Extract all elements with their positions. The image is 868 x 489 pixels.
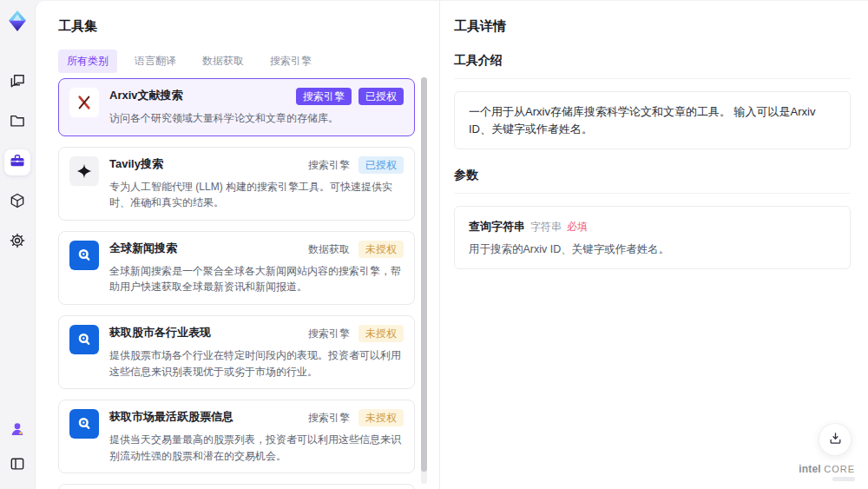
tool-tags: 搜索引擎未授权 bbox=[306, 325, 404, 342]
gear-icon bbox=[9, 232, 26, 253]
tool-description: 访问各个研究领域大量科学论文和文章的存储库。 bbox=[109, 110, 404, 127]
tool-details-panel: 工具详情 工具介绍 一个用于从Arxiv存储库搜索科学论文和文章的工具。 输入可… bbox=[440, 1, 868, 489]
download-icon bbox=[828, 431, 843, 449]
tool-description: 全球新闻搜索是一个聚合全球各大新闻网站内容的搜索引擎，帮助用户快速获取全球最新资… bbox=[109, 263, 404, 295]
tool-card-header: Tavily搜索搜索引擎已授权 bbox=[109, 156, 404, 174]
tool-card[interactable]: Tavily搜索搜索引擎已授权专为人工智能代理 (LLM) 构建的搜索引擎工具。… bbox=[58, 147, 415, 221]
left-sidebar bbox=[0, 0, 35, 489]
tool-card-body: Arxiv文献搜索搜索引擎已授权访问各个研究领域大量科学论文和文章的存储库。 bbox=[109, 88, 404, 127]
auth-badge: 已授权 bbox=[358, 88, 404, 105]
tool-cards: Arxiv文献搜索搜索引擎已授权访问各个研究领域大量科学论文和文章的存储库。Ta… bbox=[58, 78, 415, 489]
tool-card-header: 获取股市各行业表现搜索引擎未授权 bbox=[109, 325, 404, 342]
panel-toggle-icon bbox=[9, 455, 26, 476]
tool-card[interactable]: 万维地区新闻查询搜索引擎未授权查询具体行政区划内的新闻，快速了解各地新闻动 bbox=[58, 484, 415, 489]
category-tab-0[interactable]: 所有类别 bbox=[58, 50, 117, 73]
category-badge: 搜索引擎 bbox=[296, 88, 352, 105]
sidebar-item-files[interactable] bbox=[4, 109, 30, 135]
stock-search-icon bbox=[69, 409, 99, 439]
tool-card-body: 获取市场最活跃股票信息搜索引擎未授权提供当天交易量最高的股票列表，投资者可以利用… bbox=[109, 409, 404, 464]
tool-name: 获取股市各行业表现 bbox=[109, 325, 211, 340]
tool-description: 提供当天交易量最高的股票列表，投资者可以利用这些信息来识别流动性强的股票和潜在的… bbox=[109, 432, 404, 464]
toolbox-icon bbox=[9, 152, 26, 173]
parameter-required-badge: 必填 bbox=[567, 221, 588, 233]
category-tab-2[interactable]: 数据获取 bbox=[194, 50, 253, 73]
news-search-icon bbox=[69, 241, 99, 270]
tool-card-header: Arxiv文献搜索搜索引擎已授权 bbox=[109, 88, 404, 105]
tool-tags: 搜索引擎已授权 bbox=[306, 156, 404, 174]
intel-core-logo: intel CORE bbox=[799, 464, 855, 481]
brand-intel: intel bbox=[799, 463, 821, 475]
auth-badge: 未授权 bbox=[358, 325, 404, 342]
sidebar-item-collapse[interactable] bbox=[4, 453, 30, 479]
brand-core: CORE bbox=[824, 464, 855, 474]
category-badge: 搜索引擎 bbox=[306, 325, 352, 342]
sidebar-item-chat[interactable] bbox=[4, 69, 30, 96]
parameter-name: 查询字符串 bbox=[469, 220, 525, 233]
category-badge: 数据获取 bbox=[306, 241, 352, 258]
parameter-header: 查询字符串字符串必填 bbox=[469, 218, 836, 235]
tool-name: 获取市场最活跃股票信息 bbox=[109, 409, 233, 425]
tool-tags: 搜索引擎未授权 bbox=[306, 409, 404, 426]
tool-card[interactable]: 获取股市各行业表现搜索引擎未授权提供股票市场各个行业在特定时间段内的表现。投资者… bbox=[58, 315, 415, 389]
brand-subline bbox=[832, 477, 855, 481]
sidebar-item-models[interactable] bbox=[4, 189, 30, 215]
tool-card[interactable]: Arxiv文献搜索搜索引擎已授权访问各个研究领域大量科学论文和文章的存储库。 bbox=[58, 78, 415, 136]
category-badge: 搜索引擎 bbox=[306, 409, 352, 426]
tool-tags: 搜索引擎已授权 bbox=[296, 88, 404, 105]
tool-card[interactable]: 全球新闻搜索数据获取未授权全球新闻搜索是一个聚合全球各大新闻网站内容的搜索引擎，… bbox=[58, 231, 415, 305]
category-tab-1[interactable]: 语言翻译 bbox=[126, 50, 185, 73]
tool-card-body: Tavily搜索搜索引擎已授权专为人工智能代理 (LLM) 构建的搜索引擎工具。… bbox=[109, 156, 404, 211]
sidebar-item-profile[interactable] bbox=[4, 418, 30, 444]
tool-list-panel: 工具集 所有类别语言翻译数据获取搜索引擎 Arxiv文献搜索搜索引擎已授权访问各… bbox=[36, 1, 440, 489]
tool-name: Tavily搜索 bbox=[109, 156, 163, 172]
parameter-type: 字符串 bbox=[530, 221, 562, 233]
tool-tags: 数据获取未授权 bbox=[306, 241, 404, 258]
intro-box: 一个用于从Arxiv存储库搜索科学论文和文章的工具。 输入可以是Arxiv ID… bbox=[454, 91, 851, 149]
folder-icon bbox=[9, 112, 26, 133]
auth-badge: 已授权 bbox=[358, 156, 404, 174]
arxiv-icon bbox=[69, 88, 99, 117]
stock-search-icon bbox=[69, 325, 99, 354]
tool-name: 全球新闻搜索 bbox=[109, 241, 177, 256]
category-tabs: 所有类别语言翻译数据获取搜索引擎 bbox=[58, 50, 439, 73]
avatar-icon bbox=[9, 420, 26, 441]
tool-card-header: 全球新闻搜索数据获取未授权 bbox=[109, 241, 404, 258]
list-scrollbar-thumb[interactable] bbox=[421, 77, 427, 472]
category-tab-3[interactable]: 搜索引擎 bbox=[261, 50, 320, 73]
auth-badge: 未授权 bbox=[358, 241, 404, 258]
details-title: 工具详情 bbox=[454, 18, 851, 35]
tool-card-header: 获取市场最活跃股票信息搜索引擎未授权 bbox=[109, 409, 404, 426]
params-box: 查询字符串字符串必填用于搜索的Arxiv ID、关键字或作者姓名。 bbox=[454, 206, 851, 269]
tool-name: Arxiv文献搜索 bbox=[109, 88, 183, 103]
params-heading: 参数 bbox=[454, 168, 851, 194]
parameter-item: 查询字符串字符串必填用于搜索的Arxiv ID、关键字或作者姓名。 bbox=[469, 218, 836, 257]
sparkle-icon bbox=[69, 156, 99, 186]
intro-heading: 工具介绍 bbox=[454, 53, 851, 79]
parameter-description: 用于搜索的Arxiv ID、关键字或作者姓名。 bbox=[469, 242, 836, 257]
sidebar-item-settings[interactable] bbox=[4, 229, 30, 255]
gem-logo-icon bbox=[5, 9, 30, 33]
tool-card[interactable]: 获取市场最活跃股票信息搜索引擎未授权提供当天交易量最高的股票列表，投资者可以利用… bbox=[58, 400, 415, 473]
list-scrollbar-track bbox=[421, 77, 427, 484]
category-badge: 搜索引擎 bbox=[306, 156, 352, 174]
cube-icon bbox=[9, 192, 26, 213]
auth-badge: 未授权 bbox=[358, 409, 404, 426]
page-title: 工具集 bbox=[36, 1, 439, 35]
chat-icon bbox=[9, 72, 26, 93]
tool-card-body: 全球新闻搜索数据获取未授权全球新闻搜索是一个聚合全球各大新闻网站内容的搜索引擎，… bbox=[109, 241, 404, 295]
intro-text: 一个用于从Arxiv存储库搜索科学论文和文章的工具。 输入可以是Arxiv ID… bbox=[469, 103, 836, 137]
sidebar-item-tools[interactable] bbox=[4, 149, 30, 175]
tool-description: 提供股票市场各个行业在特定时间段内的表现。投资者可以利用这些信息来识别表现优于或… bbox=[109, 347, 404, 380]
download-button[interactable] bbox=[819, 423, 852, 456]
tool-card-body: 获取股市各行业表现搜索引擎未授权提供股票市场各个行业在特定时间段内的表现。投资者… bbox=[109, 325, 404, 380]
tool-description: 专为人工智能代理 (LLM) 构建的搜索引擎工具。可快速提供实时、准确和真实的结… bbox=[109, 179, 404, 211]
main-content: 工具集 所有类别语言翻译数据获取搜索引擎 Arxiv文献搜索搜索引擎已授权访问各… bbox=[35, 0, 868, 489]
